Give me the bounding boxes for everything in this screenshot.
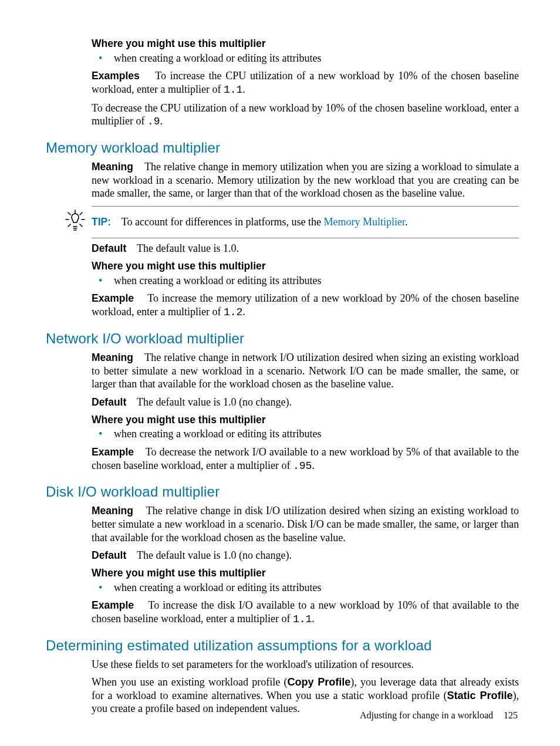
determining-heading: Determining estimated utilization assump…: [46, 637, 519, 654]
cpu-section-continuation: Where you might use this multiplier when…: [92, 38, 519, 129]
example-label: Example: [92, 292, 134, 304]
body-text: .: [242, 83, 245, 95]
body-text: The default value is 1.0 (no change).: [137, 549, 292, 561]
where-list: when creating a workload or editing its …: [92, 427, 519, 441]
body-text: To increase the CPU utilization of a new…: [92, 70, 519, 95]
code-literal: 1.1: [224, 84, 242, 96]
page-number: 125: [504, 710, 518, 720]
network-section: Meaning The relative change in network I…: [92, 351, 519, 473]
code-literal: 1.1: [293, 613, 312, 625]
meaning-label: Meaning: [92, 161, 133, 173]
body-text: .: [160, 115, 163, 127]
tip-icon: [63, 209, 87, 236]
example-paragraph: Example To increase the memory utilizati…: [92, 292, 519, 319]
svg-line-2: [80, 212, 82, 215]
body-text: When you use an existing workload profil…: [92, 676, 288, 688]
bold-term: Copy Profile: [288, 676, 351, 688]
tip-row: TIP: To account for differences in platf…: [92, 209, 519, 236]
list-item: when creating a workload or editing its …: [114, 581, 519, 595]
network-heading: Network I/O workload multiplier: [46, 330, 519, 347]
svg-line-6: [80, 224, 82, 227]
memory-multiplier-link[interactable]: Memory Multiplier: [324, 216, 406, 228]
meaning-label: Meaning: [92, 352, 133, 363]
body-text: .: [312, 613, 315, 625]
page-footer: Adjusting for change in a workload 125: [360, 710, 518, 721]
bold-term: Static Profile: [447, 690, 512, 701]
determining-section: Use these fields to set parameters for t…: [92, 658, 519, 715]
footer-text: Adjusting for change in a workload: [360, 710, 493, 720]
default-label: Default: [92, 549, 126, 561]
where-heading: Where you might use this multiplier: [92, 260, 519, 273]
code-literal: .9: [147, 116, 160, 127]
where-list: when creating a workload or editing its …: [92, 274, 519, 288]
where-heading: Where you might use this multiplier: [92, 567, 519, 580]
body-text: .: [405, 216, 408, 228]
body-text: The relative change in disk I/O utilizat…: [92, 505, 519, 543]
default-label: Default: [92, 396, 126, 408]
example-paragraph: Example To decrease the network I/O avai…: [92, 445, 519, 472]
examples-paragraph: Examples To increase the CPU utilization…: [92, 69, 519, 96]
tip-rule-top: [92, 206, 519, 207]
list-item: when creating a workload or editing its …: [114, 427, 519, 441]
examples-paragraph-2: To decrease the CPU utilization of a new…: [92, 102, 519, 129]
page: Where you might use this multiplier when…: [0, 0, 560, 746]
body-paragraph: Use these fields to set parameters for t…: [92, 658, 519, 671]
default-paragraph: Default The default value is 1.0 (no cha…: [92, 396, 519, 409]
lightbulb-icon: [63, 209, 87, 232]
default-paragraph: Default The default value is 1.0 (no cha…: [92, 549, 519, 562]
tip-block: TIP: To account for differences in platf…: [92, 206, 519, 239]
example-paragraph: Example To increase the disk I/O availab…: [92, 599, 519, 626]
disk-section: Meaning The relative change in disk I/O …: [92, 504, 519, 626]
code-literal: .95: [293, 460, 312, 472]
tip-rule-bottom: [92, 238, 519, 238]
tip-label: TIP:: [92, 216, 111, 228]
tip-text: TIP: To account for differences in platf…: [92, 215, 519, 229]
code-literal: 1.2: [224, 306, 242, 318]
examples-label: Examples: [92, 70, 140, 82]
where-list: when creating a workload or editing its …: [92, 52, 519, 65]
where-list: when creating a workload or editing its …: [92, 581, 519, 595]
memory-heading: Memory workload multiplier: [46, 139, 519, 157]
svg-line-1: [68, 212, 70, 215]
meaning-label: Meaning: [92, 505, 133, 517]
example-label: Example: [92, 446, 134, 458]
default-label: Default: [92, 242, 126, 254]
memory-section: Meaning The relative change in memory ut…: [92, 160, 519, 319]
body-text: The default value is 1.0 (no change).: [137, 396, 292, 408]
default-paragraph: Default The default value is 1.0.: [92, 242, 519, 255]
meaning-paragraph: Meaning The relative change in network I…: [92, 351, 519, 391]
meaning-paragraph: Meaning The relative change in disk I/O …: [92, 504, 519, 544]
body-text: .: [312, 460, 315, 471]
where-heading: Where you might use this multiplier: [92, 38, 519, 50]
where-heading: Where you might use this multiplier: [92, 414, 519, 427]
list-item: when creating a workload or editing its …: [114, 52, 519, 65]
body-text: The relative change in network I/O utili…: [92, 352, 519, 390]
list-item: when creating a workload or editing its …: [114, 274, 519, 288]
body-text: To account for differences in platforms,…: [122, 216, 324, 228]
meaning-paragraph: Meaning The relative change in memory ut…: [92, 160, 519, 200]
disk-heading: Disk I/O workload multiplier: [46, 483, 519, 501]
body-text: .: [242, 306, 245, 318]
svg-line-5: [68, 224, 70, 227]
example-label: Example: [92, 599, 134, 611]
body-text: The default value is 1.0.: [137, 242, 239, 254]
body-text: The relative change in memory utilizatio…: [92, 161, 519, 199]
body-text: To increase the memory utilization of a …: [92, 292, 519, 318]
